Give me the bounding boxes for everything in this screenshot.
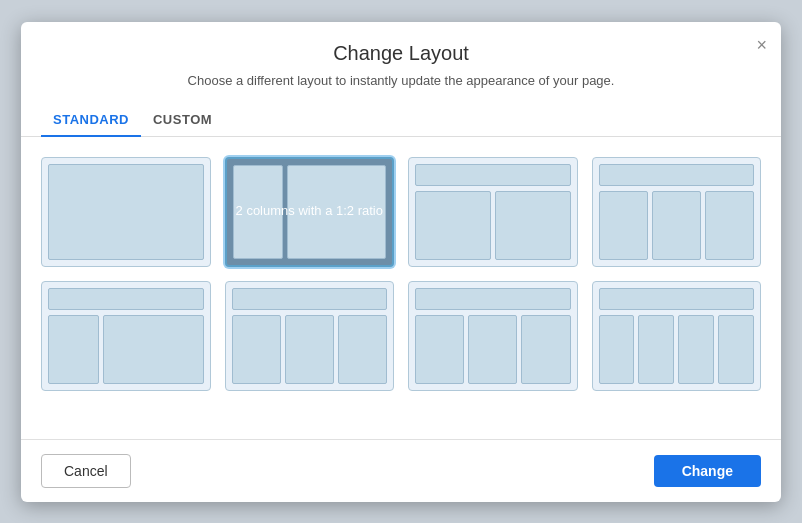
tab-custom[interactable]: CUSTOM: [141, 104, 224, 137]
change-button[interactable]: Change: [654, 455, 761, 487]
layout-block: [638, 315, 674, 384]
layout-block: [599, 164, 755, 186]
modal-title: Change Layout: [41, 42, 761, 65]
modal-footer: Cancel Change: [21, 439, 781, 502]
layout-block: [705, 191, 754, 260]
layout-header-three-col-eq[interactable]: [225, 281, 395, 391]
modal-body: 2 columns with a 1:2 ratio: [21, 137, 781, 439]
tab-standard[interactable]: STANDARD: [41, 104, 141, 137]
layout-single-column[interactable]: [41, 157, 211, 267]
layout-header-four-col[interactable]: [592, 281, 762, 391]
selected-layout-label: 2 columns with a 1:2 ratio: [227, 159, 393, 265]
layout-block: [338, 315, 387, 384]
cancel-button[interactable]: Cancel: [41, 454, 131, 488]
tabs-bar: STANDARD CUSTOM: [21, 104, 781, 137]
layout-block: [718, 315, 754, 384]
close-button[interactable]: ×: [756, 36, 767, 54]
layout-block: [599, 191, 648, 260]
modal-subtitle: Choose a different layout to instantly u…: [41, 73, 761, 88]
layout-header-two-col[interactable]: [408, 157, 578, 267]
layout-block: [415, 315, 464, 384]
layout-block: [48, 288, 204, 310]
layout-block: [415, 164, 571, 186]
layout-two-col-1-2[interactable]: 2 columns with a 1:2 ratio: [225, 157, 395, 267]
layout-block: [48, 315, 99, 384]
layouts-grid: 2 columns with a 1:2 ratio: [41, 157, 761, 391]
layout-block: [232, 315, 281, 384]
layout-header-three-col-v2[interactable]: [408, 281, 578, 391]
layout-block: [599, 315, 635, 384]
modal-header: Change Layout Choose a different layout …: [21, 22, 781, 104]
layout-header-three-col[interactable]: [592, 157, 762, 267]
layout-block: [495, 191, 571, 260]
layout-block: [599, 288, 755, 310]
layout-block: [652, 191, 701, 260]
layout-header-two-col-narrow[interactable]: [41, 281, 211, 391]
layout-block: [415, 191, 491, 260]
layout-block: [521, 315, 570, 384]
layout-block: [285, 315, 334, 384]
layout-block: [103, 315, 203, 384]
layout-block: [48, 164, 204, 260]
layout-block: [232, 288, 388, 310]
layout-block: [415, 288, 571, 310]
layout-block: [468, 315, 517, 384]
layout-block: [678, 315, 714, 384]
change-layout-modal: Change Layout Choose a different layout …: [21, 22, 781, 502]
